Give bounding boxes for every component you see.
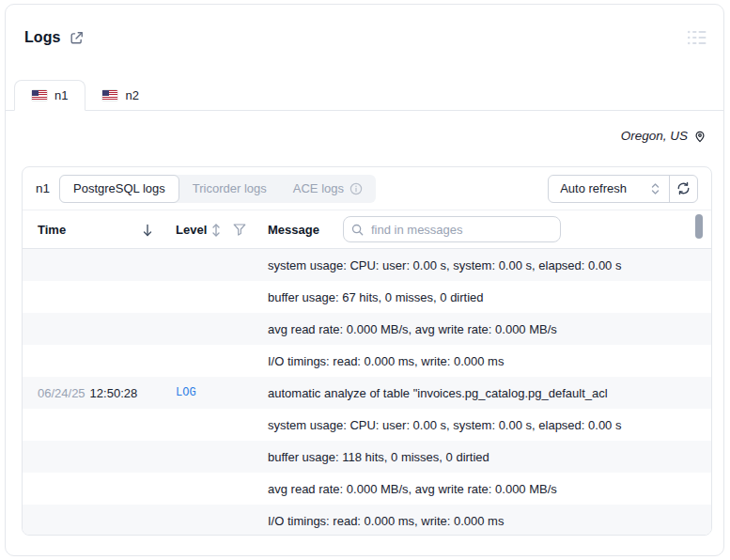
refresh-controls: Auto refresh [548,175,698,203]
time-cell [38,473,42,505]
message-cell: automatic analyze of table "invoices.pg_… [268,377,702,409]
table-row[interactable]: 06/24/2512:50:28LOGautomatic analyze of … [23,377,711,409]
info-icon [349,182,363,195]
panel-header: Logs [24,29,85,46]
time-cell: 06/24/2512:50:28 [38,377,137,409]
node-label: n1 [36,181,50,195]
table-header: Time Level [23,210,711,249]
location-pin-icon [693,130,707,143]
column-label-level: Level [176,223,207,237]
message-cell: buffer usage: 67 hits, 0 misses, 0 dirti… [268,281,702,313]
table-row[interactable]: system usage: CPU: user: 0.00 s, system:… [23,409,711,441]
region-label: Oregon, US [621,129,688,143]
logs-card: n1 PostgreSQL logs Tricorder logs ACE lo… [22,166,712,536]
auto-refresh-select[interactable]: Auto refresh [549,176,669,202]
segment-ace-logs[interactable]: ACE logs [280,175,376,203]
table-row[interactable]: avg read rate: 0.000 MB/s, avg write rat… [23,313,711,345]
time-cell [38,505,42,535]
table-row[interactable]: buffer usage: 67 hits, 0 misses, 0 dirti… [23,281,711,313]
chevron-updown-icon [651,182,660,195]
message-cell: avg read rate: 0.000 MB/s, avg write rat… [268,473,702,505]
logs-screen: Logs n1 n2 [0,0,730,560]
message-cell: buffer usage: 118 hits, 0 misses, 0 dirt… [268,441,702,473]
message-search [343,216,561,242]
time-cell [38,345,42,377]
time-cell [38,313,42,345]
log-time: 12:50:28 [90,386,138,400]
external-link-icon[interactable] [69,30,85,46]
region-indicator: Oregon, US [621,129,707,143]
log-date: 06/24/25 [38,386,85,400]
message-cell: system usage: CPU: user: 0.00 s, system:… [268,409,702,441]
column-message: Message [268,210,319,249]
message-cell: system usage: CPU: user: 0.00 s, system:… [268,249,702,281]
logs-panel: Logs n1 n2 [5,4,724,556]
scrollbar-thumb[interactable] [695,214,703,239]
page-title: Logs [24,29,61,46]
log-source-switcher: PostgreSQL logs Tricorder logs ACE logs [59,175,376,203]
time-cell [38,409,42,441]
column-label-message: Message [268,223,319,237]
time-cell [38,281,42,313]
column-label-time: Time [38,223,66,237]
segment-label: Tricorder logs [193,181,267,195]
message-cell: avg read rate: 0.000 MB/s, avg write rat… [268,313,702,345]
us-flag-icon [102,90,117,101]
column-time[interactable]: Time [38,210,66,249]
search-icon [351,224,364,236]
table-row[interactable]: avg read rate: 0.000 MB/s, avg write rat… [23,473,711,505]
table-row[interactable]: buffer usage: 118 hits, 0 misses, 0 dirt… [23,441,711,473]
search-input[interactable] [369,222,552,238]
node-tabstrip: n1 n2 [6,80,723,111]
level-cell: LOG [176,377,196,409]
table-row[interactable]: I/O timings: read: 0.000 ms, write: 0.00… [23,505,711,535]
filter-funnel-icon[interactable] [233,210,246,249]
segment-label: PostgreSQL logs [73,181,165,195]
table-row[interactable]: system usage: CPU: user: 0.00 s, system:… [23,249,711,281]
message-cell: I/O timings: read: 0.000 ms, write: 0.00… [268,505,702,535]
tab-n2[interactable]: n2 [85,80,155,111]
refresh-icon [676,181,691,195]
us-flag-icon [32,90,47,101]
sort-desc-icon[interactable] [142,210,153,249]
segment-postgresql-logs[interactable]: PostgreSQL logs [59,175,179,203]
tab-n1[interactable]: n1 [14,80,85,111]
time-cell [38,249,42,281]
column-level[interactable]: Level [176,210,207,249]
message-cell: I/O timings: read: 0.000 ms, write: 0.00… [268,345,702,377]
log-table-body: system usage: CPU: user: 0.00 s, system:… [23,249,711,535]
segment-tricorder-logs[interactable]: Tricorder logs [179,175,280,203]
tab-label: n2 [125,88,138,102]
table-row[interactable]: I/O timings: read: 0.000 ms, write: 0.00… [23,345,711,377]
sort-toggle-icon[interactable] [211,210,221,249]
time-cell [38,441,42,473]
refresh-button[interactable] [669,176,697,202]
segment-label: ACE logs [293,181,344,195]
auto-refresh-value: Auto refresh [560,181,627,195]
tab-label: n1 [54,88,68,102]
legend-list-icon[interactable] [686,27,708,48]
logs-toolbar: n1 PostgreSQL logs Tricorder logs ACE lo… [23,167,711,210]
